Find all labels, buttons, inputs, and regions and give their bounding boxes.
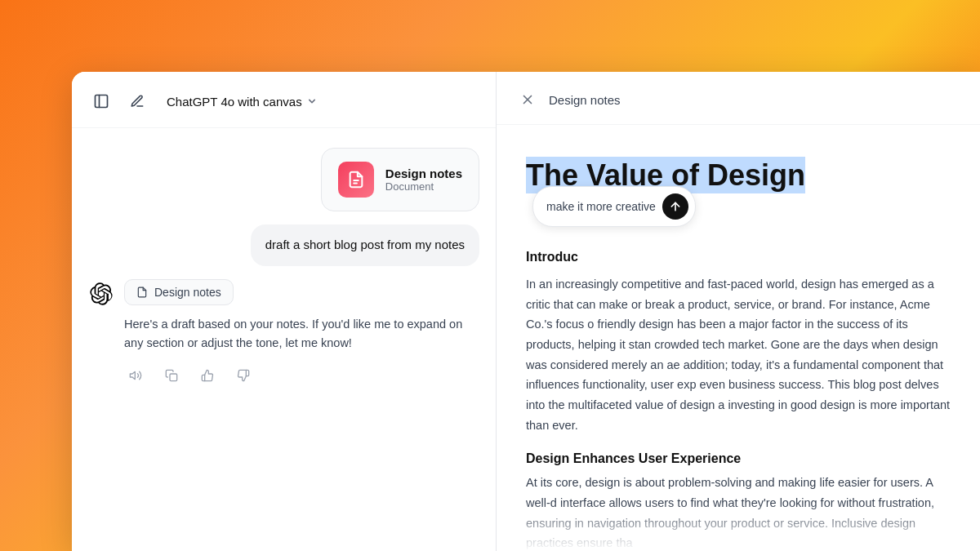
document-card[interactable]: Design notes Document <box>321 148 479 211</box>
svg-marker-4 <box>130 371 135 379</box>
left-header: ChatGPT 4o with canvas <box>72 72 496 128</box>
action-icons-row <box>124 364 479 387</box>
inline-prompt-text: make it more creative <box>546 200 656 213</box>
design-notes-badge[interactable]: Design notes <box>124 279 234 305</box>
design-notes-badge-label: Design notes <box>154 286 221 299</box>
app-window: ChatGPT 4o with canvas Desi <box>72 72 980 551</box>
right-panel: Design notes The Value of Design make it… <box>497 72 980 551</box>
thumbs-down-icon[interactable] <box>232 364 255 387</box>
svg-rect-0 <box>96 96 108 108</box>
doc-card-info: Design notes Document <box>385 167 462 193</box>
document-content: The Value of Design make it more creativ… <box>497 125 980 551</box>
new-chat-button[interactable] <box>124 88 150 114</box>
doc-card-title: Design notes <box>385 167 462 180</box>
assistant-avatar <box>88 281 114 307</box>
close-button[interactable] <box>516 88 539 111</box>
sidebar-toggle-button[interactable] <box>88 88 114 114</box>
copy-icon[interactable] <box>160 364 183 387</box>
intro-label: Introduc <box>526 250 578 264</box>
svg-rect-5 <box>170 374 177 381</box>
assistant-content: Design notes Here's a draft based on you… <box>124 279 479 387</box>
right-panel-title: Design notes <box>549 93 621 107</box>
paragraph-1: In an increasingly competitive and fast-… <box>526 274 951 435</box>
inline-prompt-bar[interactable]: make it more creative <box>532 186 696 227</box>
document-icon-wrap <box>338 162 374 198</box>
doc-card-subtitle: Document <box>385 180 462 193</box>
speak-icon[interactable] <box>124 364 147 387</box>
inline-prompt-submit-button[interactable] <box>662 193 688 220</box>
assistant-message-row: Design notes Here's a draft based on you… <box>88 279 479 387</box>
chat-area: Design notes Document draft a short blog… <box>72 128 496 551</box>
paragraph-2: At its core, design is about problem-sol… <box>526 473 951 551</box>
model-label: ChatGPT 4o with canvas <box>167 95 302 109</box>
intro-section: Introduc <box>526 250 951 264</box>
user-message: draft a short blog post from my notes <box>251 224 479 266</box>
assistant-response-text: Here's a draft based on your notes. If y… <box>124 315 479 353</box>
left-panel: ChatGPT 4o with canvas Desi <box>72 72 497 551</box>
section-heading-1: Design Enhances User Experience <box>526 451 951 466</box>
thumbs-up-icon[interactable] <box>196 364 219 387</box>
title-section: The Value of Design make it more creativ… <box>526 158 951 233</box>
model-selector[interactable]: ChatGPT 4o with canvas <box>160 91 325 112</box>
right-header: Design notes <box>497 72 980 125</box>
